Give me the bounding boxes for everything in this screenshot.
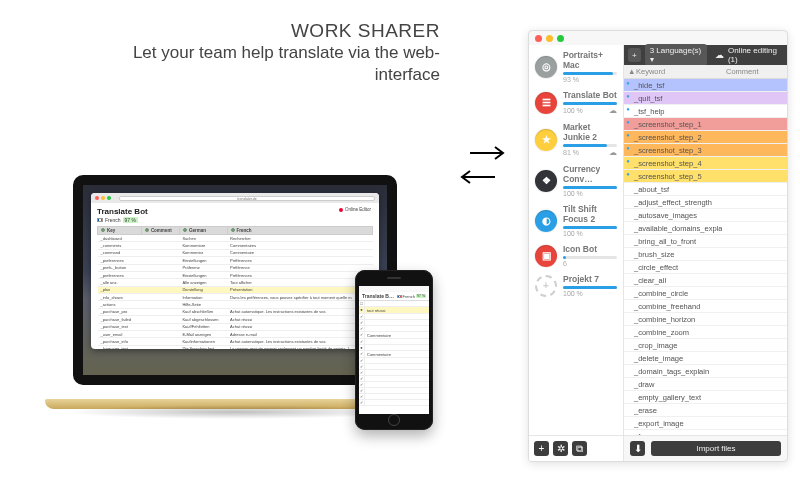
list-item[interactable]: _erase: [624, 404, 787, 417]
row-marker-icon: [624, 339, 632, 351]
table-row[interactable]: _preferencesEinstellungenPréférences: [98, 257, 373, 264]
table-row[interactable]: _purchase_infoKaufinformationenAchat aut…: [98, 338, 373, 345]
sidebar-project-item[interactable]: ◐Tilt Shift Focus 2100 %: [529, 199, 623, 239]
list-item[interactable]: _about_tsf: [624, 183, 787, 196]
list-item[interactable]: ●_screenshot_step_5: [624, 170, 787, 183]
list-item[interactable]: _available_domains_explain: [624, 222, 787, 235]
list-item[interactable]: ✓Commentaire: [359, 332, 429, 339]
list-item[interactable]: ●_screenshot_step_1: [624, 118, 787, 131]
sidebar-project-item[interactable]: ★Market Junkie 281 %☁: [529, 117, 623, 159]
list-item[interactable]: _combine_horizon: [624, 313, 787, 326]
project-name: Portraits+ Mac: [563, 50, 617, 70]
table-row[interactable]: _commandKommentarCommentaire: [98, 249, 373, 256]
row-marker-icon: ●: [624, 118, 632, 130]
list-item[interactable]: _export_image: [624, 417, 787, 430]
close-icon[interactable]: [95, 196, 99, 200]
row-keyword: _empty_gallery_text: [632, 393, 722, 402]
row-keyword: _crop_image: [632, 341, 722, 350]
project-name: Icon Bot: [563, 244, 617, 254]
minimize-icon[interactable]: [546, 35, 553, 42]
row-marker-icon: [624, 183, 632, 195]
row-marker-icon: ●: [624, 105, 632, 117]
phone-pct: 97 %: [416, 294, 426, 298]
browser-chrome: translator.de: [91, 193, 379, 203]
table-row[interactable]: _planDarstellungPrésentation: [98, 286, 373, 293]
list-item[interactable]: _crop_image: [624, 339, 787, 352]
list-item[interactable]: ●_quit_tsf: [624, 92, 787, 105]
sidebar-bottom-bar: + ✲ ⧉: [529, 435, 623, 461]
import-files-button[interactable]: Import files: [651, 441, 781, 456]
project-icon: ❖: [535, 170, 557, 192]
table-row[interactable]: _purchase_textKauf/FehltrittenAchat réus…: [98, 323, 373, 330]
list-item[interactable]: ●_screenshot_step_3: [624, 144, 787, 157]
table-row[interactable]: _purchase_proKauf abschließenAchat autom…: [98, 308, 373, 315]
list-item[interactable]: _bring_all_to_front: [624, 235, 787, 248]
list-item[interactable]: _combine_circle: [624, 287, 787, 300]
list-item[interactable]: _autosave_images: [624, 209, 787, 222]
sidebar-project-item[interactable]: ❖Currency Conv…100 %: [529, 159, 623, 199]
list-item[interactable]: _draw: [624, 378, 787, 391]
row-keyword: _bring_all_to_front: [632, 237, 722, 246]
table-row[interactable]: _language_textDie Sprachen festLa versio…: [98, 345, 373, 349]
list-item[interactable]: _domain_tags_explain: [624, 365, 787, 378]
list-item[interactable]: _combine_freehand: [624, 300, 787, 313]
minimize-icon[interactable]: [101, 196, 105, 200]
col-keyword[interactable]: Keyword: [636, 67, 726, 76]
download-button[interactable]: ⬇: [630, 441, 645, 456]
zoom-icon[interactable]: [107, 196, 111, 200]
col-key: Key: [98, 227, 142, 235]
list-item[interactable]: _circle_effect: [624, 261, 787, 274]
list-item[interactable]: ●_screenshot_step_2: [624, 131, 787, 144]
list-item[interactable]: ●_screenshot_step_4: [624, 157, 787, 170]
col-comment[interactable]: Comment: [726, 67, 783, 76]
table-row[interactable]: _user_emailE-Mail anzeigenAdresse e-mail: [98, 330, 373, 337]
online-editing-label[interactable]: Online editing (1): [728, 46, 783, 64]
table-row[interactable]: _dashboardSuchenRechercher: [98, 235, 373, 242]
add-language-button[interactable]: +: [628, 48, 641, 62]
table-row[interactable]: _alle anz.Alle anzeigenTout afficher: [98, 279, 373, 286]
close-icon[interactable]: [535, 35, 542, 42]
row-marker-icon: ●: [624, 79, 632, 91]
language-count-pill[interactable]: 3 Language(s) ▾: [645, 44, 707, 66]
table-row[interactable]: _prefs._buttonPräferenzPréférence: [98, 264, 373, 271]
list-item[interactable]: ●tout réussi: [359, 307, 429, 314]
window-titlebar: [529, 31, 787, 45]
list-item[interactable]: ✓: [359, 400, 429, 406]
project-progress-bar: [563, 186, 617, 189]
list-item[interactable]: _empty_gallery_text: [624, 391, 787, 404]
sidebar-project-item[interactable]: ▣Icon Bot6: [529, 239, 623, 269]
online-editor-badge[interactable]: Online Editor: [339, 207, 371, 212]
list-item[interactable]: _delete_image: [624, 352, 787, 365]
list-item[interactable]: ✓Commentaire: [359, 351, 429, 358]
table-row[interactable]: _preferencesEinstellungenPréférences: [98, 271, 373, 278]
url-bar[interactable]: translator.de: [119, 196, 375, 201]
list-item[interactable]: ●_tsf_help: [624, 105, 787, 118]
row-keyword: _autosave_images: [632, 211, 722, 220]
sidebar-project-item[interactable]: ☰Translate Bot100 %☁: [529, 85, 623, 117]
table-row[interactable]: _info_showsInformationDans les préférenc…: [98, 294, 373, 301]
zoom-icon[interactable]: [557, 35, 564, 42]
sidebar-project-item[interactable]: +Projekt 7100 %: [529, 269, 623, 299]
table-row[interactable]: _commentsKommentareCommentaires: [98, 242, 373, 249]
row-marker-icon: ●: [624, 144, 632, 156]
web-editor-window: translator.de Translate Bot Online Edito…: [91, 193, 379, 349]
project-pct: 100 %: [563, 190, 583, 197]
language-progress[interactable]: French 97 %: [97, 217, 138, 223]
record-icon: [339, 208, 343, 212]
table-row[interactable]: _actionsHilfe-Seite: [98, 301, 373, 308]
row-marker-icon: [624, 417, 632, 429]
list-item[interactable]: _combine_zoom: [624, 326, 787, 339]
toggle-view-button[interactable]: ⧉: [572, 441, 587, 456]
list-item[interactable]: ●_hide_tsf: [624, 79, 787, 92]
sort-icon[interactable]: ▲: [628, 67, 636, 76]
keyword-list[interactable]: ●_hide_tsf●_quit_tsf●_tsf_help●_screensh…: [624, 79, 787, 435]
list-item[interactable]: _brush_size: [624, 248, 787, 261]
project-icon: ◐: [535, 210, 557, 232]
list-item[interactable]: _clear_all: [624, 274, 787, 287]
add-project-button[interactable]: +: [534, 441, 549, 456]
list-item[interactable]: _adjust_effect_strength: [624, 196, 787, 209]
settings-button[interactable]: ✲: [553, 441, 568, 456]
table-row[interactable]: _purchase_failedKauf abgeschlossenAchat …: [98, 316, 373, 323]
sidebar-project-item[interactable]: ◎Portraits+ Mac93 %: [529, 45, 623, 85]
project-name: Currency Conv…: [563, 164, 617, 184]
